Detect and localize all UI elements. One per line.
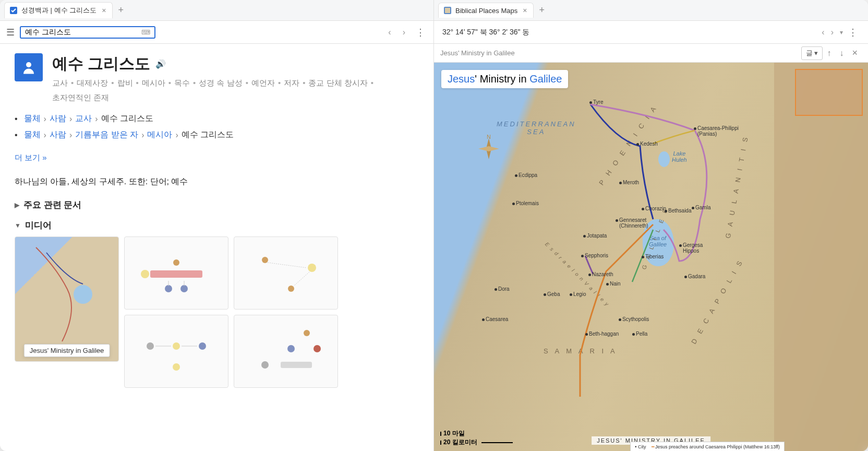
city-label: Pella: [636, 331, 647, 337]
entry-tag: 목수: [174, 77, 190, 89]
svg-line-19: [268, 263, 307, 268]
city-dot: [619, 182, 622, 184]
city-dot: [665, 210, 667, 212]
city-label: Dora: [498, 286, 510, 292]
city-label: Beth-haggan: [589, 331, 619, 337]
entry-tag: 초자연적인 존재: [52, 91, 109, 104]
arrow-up-icon[interactable]: ↑: [823, 46, 835, 60]
close-icon[interactable]: ×: [522, 6, 528, 15]
media-thumbnail-map[interactable]: Jesus' Ministry in Galilee: [15, 236, 119, 362]
city-label: Meroth: [623, 180, 639, 185]
entry-tag: 예언자: [251, 77, 275, 89]
arrow-down-icon[interactable]: ↓: [835, 46, 848, 60]
entry-tag: 저자: [284, 77, 299, 89]
entry-tag: 메시아: [142, 77, 165, 89]
svg-point-6: [165, 285, 172, 292]
entry-tag: 교사: [52, 77, 68, 89]
region-samaria: S A M A R I A: [544, 347, 618, 355]
city-label: Caesarea: [486, 316, 508, 322]
city-dot: [632, 333, 635, 336]
breadcrumb-link[interactable]: 물체: [24, 113, 41, 124]
section-media[interactable]: ▼ 미디어: [15, 219, 419, 231]
compass-icon: N: [476, 136, 502, 162]
more-vertical-icon[interactable]: ⋮: [846, 25, 860, 40]
search-input-wrapper[interactable]: ⌨: [20, 26, 155, 39]
section-title: 주요 관련 문서: [23, 199, 81, 211]
city-label: Jotapata: [587, 233, 607, 239]
svg-point-10: [147, 342, 154, 350]
media-thumbnail-chart[interactable]: [124, 236, 228, 310]
checkbox-icon: [10, 7, 17, 14]
city-dot: [616, 219, 618, 222]
city-dot: [482, 318, 485, 321]
add-tab-button[interactable]: +: [534, 3, 550, 18]
city-dot: [692, 207, 694, 209]
menu-icon[interactable]: ☰: [6, 27, 15, 38]
nav-back-icon[interactable]: ‹: [385, 26, 394, 39]
city-dot: [679, 244, 682, 247]
lang-dropdown[interactable]: 글 ▾: [801, 46, 823, 60]
breadcrumb-current: 예수 그리스도: [182, 129, 234, 140]
city-label: Nain: [610, 281, 621, 287]
city-label: Kedesh: [640, 141, 658, 147]
entry-tags: 교사 • 대제사장 • 랍비 • 메시아 • 목수 • 성경 속 남성 • 예언…: [52, 77, 419, 104]
city-label: Tiberias: [645, 254, 664, 259]
svg-point-5: [173, 259, 179, 266]
svg-rect-24: [281, 362, 312, 368]
breadcrumb-current: 예수 그리스도: [101, 113, 153, 124]
dropdown-icon[interactable]: ▾: [837, 27, 846, 38]
svg-marker-29: [478, 146, 499, 151]
tab-encyclopedia[interactable]: 성경백과 | 예수 그리스도 ×: [4, 2, 113, 18]
city-dot: [619, 318, 621, 321]
sea-label: MEDITERRANEAN SEA: [497, 120, 576, 136]
svg-point-4: [141, 270, 149, 278]
tab-title: 성경백과 | 예수 그리스도: [21, 6, 97, 15]
city-label: Tyre: [593, 99, 603, 105]
city-dot: [606, 283, 609, 286]
breadcrumb-link[interactable]: 물체: [24, 129, 41, 140]
city-label: Geba: [547, 291, 560, 297]
breadcrumb-link[interactable]: 기름부음 받은 자: [75, 129, 138, 140]
add-tab-button[interactable]: +: [113, 3, 129, 18]
media-thumbnail-chart[interactable]: [234, 315, 338, 388]
svg-point-12: [199, 342, 206, 350]
breadcrumb-link[interactable]: 교사: [75, 113, 92, 124]
breadcrumb: •물체 › 사람 › 교사 › 예수 그리스도: [15, 113, 419, 124]
map-viewport[interactable]: Jesus' Ministry in Galilee N MEDITERRANE…: [434, 63, 868, 451]
city-dot: [684, 276, 687, 278]
media-thumbnail-chart[interactable]: [124, 315, 228, 388]
breadcrumb-link[interactable]: 사람: [50, 129, 66, 140]
minimap[interactable]: [795, 69, 863, 116]
svg-point-16: [262, 257, 268, 263]
entry-tag: 랍비: [117, 77, 133, 89]
more-vertical-icon[interactable]: ⋮: [414, 25, 427, 40]
city-dot: [583, 235, 586, 238]
section-related-docs[interactable]: ▶ 주요 관련 문서: [15, 199, 419, 211]
city-label: Gergesa Hippos: [683, 242, 703, 254]
nav-back-icon[interactable]: ‹: [818, 26, 827, 39]
city-dot: [570, 293, 572, 296]
search-input[interactable]: [25, 28, 141, 37]
entry-tag: 대제사장: [77, 77, 108, 89]
svg-line-20: [294, 272, 309, 286]
close-icon[interactable]: ×: [848, 45, 862, 61]
city-dot: [581, 255, 584, 257]
city-label: Gennesaret (Chinnereth): [619, 217, 648, 229]
breadcrumb-link[interactable]: 사람: [50, 113, 66, 124]
breadcrumb-link[interactable]: 메시아: [147, 129, 172, 140]
chevron-down-icon: ▼: [15, 222, 21, 229]
tab-maps[interactable]: Biblical Places Maps ×: [438, 3, 534, 18]
speaker-icon[interactable]: 🔊: [155, 59, 166, 69]
nav-forward-icon[interactable]: ›: [400, 26, 408, 39]
svg-point-25: [261, 361, 269, 369]
nav-forward-icon[interactable]: ›: [828, 26, 837, 39]
see-more-link[interactable]: 더 보기 »: [15, 153, 47, 163]
tooltip: Jesus' Ministry in Galilee: [24, 344, 110, 357]
svg-point-23: [314, 345, 321, 352]
close-icon[interactable]: ×: [101, 6, 107, 15]
city-dot: [694, 127, 696, 130]
keyboard-icon[interactable]: ⌨: [141, 29, 150, 36]
media-thumbnail-chart[interactable]: [234, 236, 338, 310]
city-label: Gamla: [695, 205, 710, 210]
section-title: 미디어: [25, 219, 52, 231]
